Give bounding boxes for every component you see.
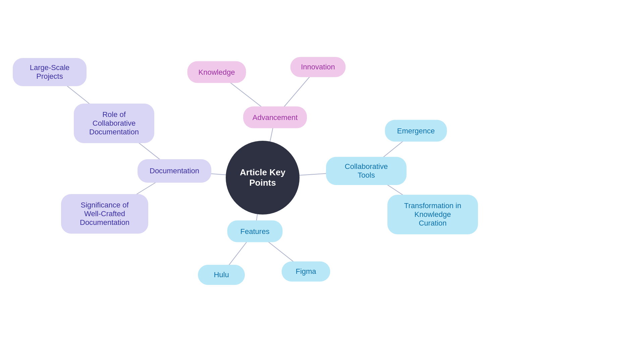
node-large-scale[interactable]: Large-Scale Projects bbox=[13, 58, 87, 86]
node-significance[interactable]: Significance of Well-Crafted Documentati… bbox=[61, 194, 148, 234]
node-figma[interactable]: Figma bbox=[282, 261, 330, 282]
node-emergence[interactable]: Emergence bbox=[385, 120, 447, 142]
node-role-collab[interactable]: Role of Collaborative Documentation bbox=[74, 104, 154, 143]
node-transformation[interactable]: Transformation in Knowledge Curation bbox=[387, 195, 478, 234]
center-node[interactable]: Article Key Points bbox=[226, 141, 300, 215]
node-innovation[interactable]: Innovation bbox=[290, 57, 346, 77]
node-advancement[interactable]: Advancement bbox=[243, 107, 307, 128]
node-hulu[interactable]: Hulu bbox=[198, 265, 245, 285]
node-features[interactable]: Features bbox=[227, 221, 283, 242]
node-collab-tools[interactable]: Collaborative Tools bbox=[326, 157, 407, 185]
connections-svg bbox=[0, 0, 644, 362]
mind-map: Article Key PointsDocumentationRole of C… bbox=[0, 0, 644, 362]
node-knowledge[interactable]: Knowledge bbox=[187, 61, 246, 83]
node-documentation[interactable]: Documentation bbox=[138, 159, 211, 183]
